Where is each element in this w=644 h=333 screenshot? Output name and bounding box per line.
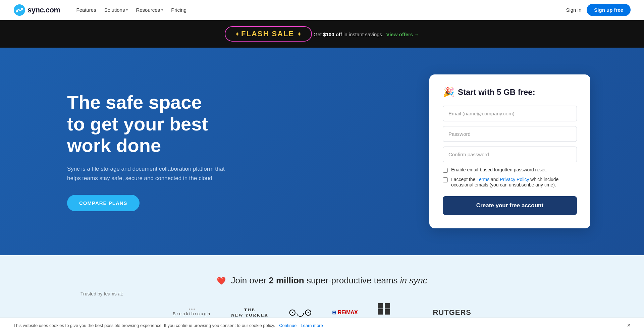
terms-link[interactable]: Terms <box>477 177 489 182</box>
in-sync-text: in sync <box>400 275 427 285</box>
accept-terms-checkbox[interactable] <box>443 177 448 182</box>
trusted-label: Trusted by teams at: <box>13 291 631 296</box>
chevron-down-icon: ▾ <box>126 8 128 12</box>
cookie-learn-link[interactable]: Learn more <box>301 323 323 328</box>
card-title-text: Start with 5 GB free: <box>458 88 535 97</box>
flash-sale-banner: ✦ FLASH SALE ✦ Get $100 off in instant s… <box>0 20 644 48</box>
new-yorker-logo: THENEW YORKER <box>231 307 268 318</box>
cookie-continue-link[interactable]: Continue <box>279 323 297 328</box>
privacy-policy-link[interactable]: Privacy Policy <box>500 177 529 182</box>
accept-terms-row: I accept the Terms and Privacy Policy wh… <box>443 177 577 187</box>
flash-offer: Get $100 off in instant savings. View of… <box>314 32 420 37</box>
logo[interactable]: sync.com <box>13 4 60 16</box>
confirm-password-input[interactable] <box>443 147 577 162</box>
navbar: sync.com Features Solutions ▾ Resources … <box>0 0 644 20</box>
enable-password-reset-checkbox[interactable] <box>443 168 448 173</box>
chevron-down-icon: ▾ <box>161 8 163 12</box>
nav-links: Features Solutions ▾ Resources ▾ Pricing <box>76 7 186 13</box>
flash-discount: $100 off <box>323 32 342 37</box>
nav-pricing[interactable]: Pricing <box>171 7 186 13</box>
email-input[interactable] <box>443 106 577 121</box>
sign-in-link[interactable]: Sign in <box>566 7 581 13</box>
enable-password-reset-row: Enable email-based forgotten password re… <box>443 167 577 173</box>
heart-icon: ❤️ <box>217 277 226 285</box>
nav-resources[interactable]: Resources ▾ <box>136 7 163 13</box>
svg-point-1 <box>16 10 18 12</box>
enable-password-reset-label: Enable email-based forgotten password re… <box>451 167 547 172</box>
user-count: 2 million <box>269 275 304 285</box>
flash-title: FLASH SALE <box>241 30 297 38</box>
hero-headline: The safe space to get your best work don… <box>67 92 402 156</box>
nav-solutions[interactable]: Solutions ▾ <box>104 7 128 13</box>
signup-card: 🎉 Start with 5 GB free: Enable email-bas… <box>429 74 590 228</box>
password-input[interactable] <box>443 126 577 142</box>
cookie-close-button[interactable]: × <box>627 322 631 329</box>
logo-icon <box>13 4 25 16</box>
card-title: 🎉 Start with 5 GB free: <box>443 87 577 98</box>
rutgers-logo: RUTGERS <box>433 308 471 317</box>
remax-logo: ⊟ RE/MAX <box>332 310 358 316</box>
nav-right: Sign in Sign up free <box>566 4 631 16</box>
nav-features[interactable]: Features <box>76 7 96 13</box>
flash-star-left: ✦ <box>235 31 240 38</box>
cookie-text: This website uses cookies to give you th… <box>13 323 275 328</box>
logo-text: sync.com <box>28 6 60 14</box>
flash-pill: ✦ FLASH SALE ✦ <box>225 26 312 42</box>
flash-view-offers-link[interactable]: View offers → <box>386 32 419 37</box>
party-emoji: 🎉 <box>443 87 454 98</box>
svg-point-2 <box>21 8 23 10</box>
social-headline: ❤️ Join over 2 million super-productive … <box>13 275 631 286</box>
tripadvisor-logo: ⊙◡⊙ <box>288 308 312 317</box>
accept-terms-label: I accept the Terms and Privacy Policy wh… <box>451 177 577 187</box>
hero-left: The safe space to get your best work don… <box>67 92 402 211</box>
flash-star-right: ✦ <box>297 31 302 38</box>
hero-section: The safe space to get your best work don… <box>0 48 644 255</box>
breakthrough-text: Breakthrough <box>173 311 211 316</box>
compare-plans-button[interactable]: COMPARE PLANS <box>67 195 140 211</box>
signup-card-container: 🎉 Start with 5 GB free: Enable email-bas… <box>429 74 590 228</box>
create-account-button[interactable]: Create your free account <box>443 196 577 215</box>
breakthrough-logo: Breakthrough <box>173 309 211 317</box>
cookie-bar: This website uses cookies to give you th… <box>0 318 644 333</box>
hero-subtext: Sync is a file storage and document coll… <box>67 164 228 182</box>
sign-up-button[interactable]: Sign up free <box>587 4 631 16</box>
